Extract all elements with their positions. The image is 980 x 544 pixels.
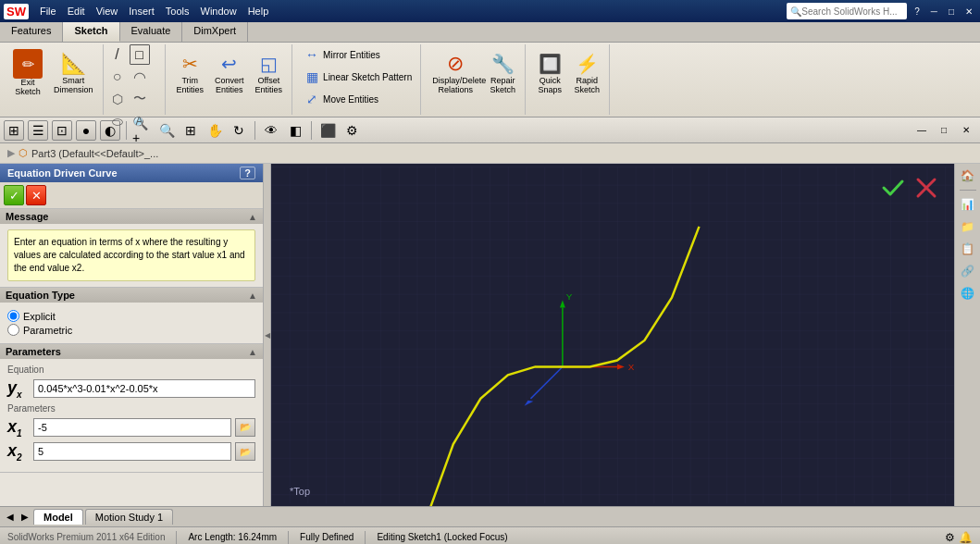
- tab-next-button[interactable]: ▶: [19, 511, 31, 523]
- menu-file[interactable]: File: [34, 4, 62, 19]
- x1-symbol: x1: [7, 417, 30, 439]
- view-settings-button[interactable]: ⚙: [341, 120, 362, 141]
- help-button[interactable]: ?: [911, 6, 924, 17]
- panel-icon-4[interactable]: ●: [76, 120, 96, 141]
- ribbon-items-row1: ✏ ExitSketch 📐 SmartDimension: [9, 44, 97, 115]
- left-panel: Equation Driven Curve ? ✓ ✕ Message ▲ En…: [0, 164, 264, 506]
- zoom-fit-button[interactable]: ⊞: [180, 120, 201, 141]
- spline-button[interactable]: 〜: [130, 89, 150, 109]
- explicit-radio-input[interactable]: [7, 310, 19, 322]
- rp-clipboard-button[interactable]: 📋: [958, 239, 978, 259]
- ok-button[interactable]: ✓: [4, 185, 24, 205]
- search-input[interactable]: [801, 6, 903, 17]
- orient-button[interactable]: ⬛: [317, 120, 338, 141]
- panel-collapse-handle[interactable]: ◀: [264, 164, 271, 506]
- move-icon: ⤢: [303, 90, 321, 108]
- menu-view[interactable]: View: [91, 4, 124, 19]
- model-tab[interactable]: Model: [33, 509, 83, 525]
- convert-entities-button[interactable]: ↩ ConvertEntities: [211, 49, 248, 97]
- quick-snaps-icon: 🔲: [537, 51, 563, 77]
- text-button[interactable]: A: [130, 111, 150, 131]
- rp-folder-button[interactable]: 📁: [958, 216, 978, 237]
- circle-button[interactable]: ○: [107, 67, 128, 87]
- panel-icon-3[interactable]: ⊡: [52, 120, 72, 141]
- offset-entities-button[interactable]: ◱ OffsetEntities: [252, 49, 287, 97]
- close-button[interactable]: ✕: [961, 6, 976, 17]
- title-bar: SW File Edit View Insert Tools Window He…: [0, 0, 980, 22]
- rotate-button[interactable]: ↻: [229, 120, 249, 141]
- x2-file-button[interactable]: 📂: [235, 442, 255, 461]
- parameters-content: Equation yx Parameters x1 📂 x2 📂: [0, 359, 263, 472]
- exit-sketch-button[interactable]: ✏ ExitSketch: [9, 47, 46, 99]
- motion-study-tab[interactable]: Motion Study 1: [85, 509, 173, 525]
- repair-sketch-button[interactable]: 🔧 RepairSketch: [486, 49, 519, 97]
- minimize-panel-button[interactable]: —: [912, 120, 932, 141]
- smart-dimension-icon: 📐: [60, 51, 86, 77]
- linear-sketch-button[interactable]: ▦ Linear Sketch Pattern: [300, 67, 415, 87]
- rp-chart-button[interactable]: 📊: [958, 194, 978, 215]
- tab-evaluate[interactable]: Evaluate: [120, 22, 183, 42]
- restore-panel-button[interactable]: □: [934, 120, 954, 141]
- arc-button[interactable]: ◠: [130, 67, 150, 87]
- rp-globe-button[interactable]: 🌐: [958, 283, 978, 303]
- pan-button[interactable]: ✋: [205, 120, 225, 141]
- rp-sep1: [960, 190, 976, 191]
- minimize-button[interactable]: ─: [927, 6, 941, 17]
- trim-label: TrimEntities: [177, 77, 205, 95]
- rapid-sketch-button[interactable]: ⚡ RapidSketch: [570, 49, 603, 97]
- status-icon-1[interactable]: ⚙: [945, 531, 955, 544]
- x1-file-button[interactable]: 📂: [235, 418, 255, 437]
- confirm-checkmark[interactable]: [878, 173, 908, 204]
- parametric-radio[interactable]: Parametric: [7, 324, 255, 336]
- explicit-radio[interactable]: Explicit: [7, 310, 255, 322]
- panel-help-button[interactable]: ?: [240, 167, 255, 179]
- menu-help[interactable]: Help: [242, 4, 275, 19]
- polygon-button[interactable]: ⬡: [107, 89, 128, 109]
- display-delete-button[interactable]: ⊘ Display/DeleteRelations: [428, 49, 482, 97]
- menu-insert[interactable]: Insert: [123, 4, 160, 19]
- params-label: Parameters: [7, 403, 255, 414]
- line-button[interactable]: /: [107, 44, 128, 65]
- cancel-checkmark[interactable]: [912, 173, 941, 204]
- status-icon-2[interactable]: 🔔: [959, 531, 973, 544]
- panel-icon-1[interactable]: ⊞: [4, 120, 24, 141]
- linear-sketch-icon: ▦: [303, 68, 321, 86]
- equation-type-collapse: ▲: [248, 291, 257, 301]
- close-panel-button[interactable]: ✕: [956, 120, 976, 141]
- x1-input[interactable]: [33, 418, 231, 437]
- quick-snaps-button[interactable]: 🔲 QuickSnaps: [533, 49, 566, 97]
- tab-prev-button[interactable]: ◀: [4, 511, 17, 523]
- maximize-button[interactable]: □: [945, 6, 958, 17]
- x2-symbol: x2: [7, 441, 30, 463]
- smart-dimension-button[interactable]: 📐 SmartDimension: [50, 49, 97, 97]
- rectangle-button[interactable]: □: [130, 44, 150, 65]
- menu-edit[interactable]: Edit: [62, 4, 91, 19]
- x2-input[interactable]: [33, 442, 231, 461]
- mirror-entities-button[interactable]: ↔ Mirror Entities: [300, 44, 415, 65]
- ellipse-button[interactable]: ⬭: [107, 111, 128, 131]
- rp-home-button[interactable]: 🏠: [958, 166, 978, 186]
- display-mode-button[interactable]: ◧: [285, 120, 305, 141]
- rp-link-button[interactable]: 🔗: [958, 261, 978, 281]
- panel-icon-2[interactable]: ☰: [28, 120, 48, 141]
- convert-label: ConvertEntities: [215, 77, 244, 95]
- search-box[interactable]: 🔍: [787, 3, 907, 19]
- trim-entities-button[interactable]: ✂ TrimEntities: [173, 49, 208, 97]
- view-select-button[interactable]: 👁: [261, 120, 281, 141]
- canvas-area[interactable]: X Y: [271, 164, 954, 506]
- tab-sketch[interactable]: Sketch: [63, 22, 119, 42]
- parametric-radio-input[interactable]: [7, 324, 19, 336]
- tab-features[interactable]: Features: [0, 22, 63, 42]
- equation-input[interactable]: [33, 379, 255, 398]
- parameters-header[interactable]: Parameters ▲: [0, 344, 263, 359]
- tab-dimxpert[interactable]: DimXpert: [182, 22, 248, 42]
- move-entities-button[interactable]: ⤢ Move Entities: [300, 89, 415, 109]
- equation-label: Equation: [7, 365, 255, 375]
- mirror-label: Mirror Entities: [323, 50, 380, 60]
- cancel-button[interactable]: ✕: [26, 185, 46, 205]
- menu-window[interactable]: Window: [195, 4, 242, 19]
- equation-type-header[interactable]: Equation Type ▲: [0, 288, 263, 303]
- message-section-header[interactable]: Message ▲: [0, 209, 263, 224]
- menu-tools[interactable]: Tools: [160, 4, 195, 19]
- convert-icon: ↩: [217, 51, 242, 77]
